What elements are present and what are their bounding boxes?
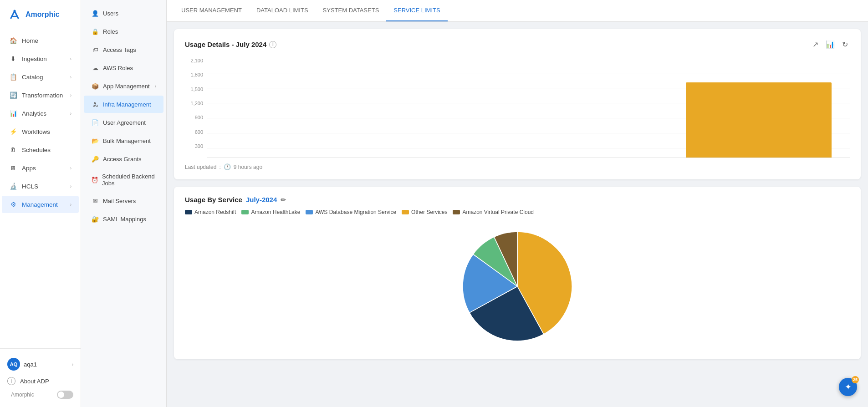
- hcls-icon: 🔬: [9, 182, 17, 190]
- edit-icon[interactable]: ✏: [281, 196, 286, 204]
- legend-dot: [453, 210, 460, 214]
- submenu-item-mail-servers[interactable]: ✉ Mail Servers: [84, 192, 163, 209]
- legend-dot: [306, 210, 313, 214]
- card-actions: ↗ 📊 ↻: [811, 38, 850, 51]
- sidebar-item-schedules[interactable]: 🗓 Schedules: [2, 141, 79, 158]
- submenu-item-roles[interactable]: 🔒 Roles: [84, 23, 163, 40]
- tab-system-datasets[interactable]: SYSTEM DATASETS: [316, 0, 387, 21]
- submenu-item-scheduled-backend-jobs[interactable]: ⏰ Scheduled Backend Jobs: [84, 168, 163, 191]
- sidebar-item-home[interactable]: 🏠 Home: [2, 32, 79, 49]
- sidebar-item-label-schedules: Schedules: [22, 147, 51, 153]
- submenu-label-mail-servers: Mail Servers: [103, 198, 136, 204]
- sidebar: Amorphic 🏠 Home ⬇ Ingestion › 📋 Catalog …: [0, 0, 81, 407]
- theme-toggle[interactable]: [57, 391, 73, 399]
- tab-dataload-limits[interactable]: DATALOAD LIMITS: [249, 0, 316, 21]
- chart-bar-icon[interactable]: 📊: [824, 38, 837, 51]
- last-updated-value: 9 hours ago: [234, 164, 262, 170]
- aws-roles-icon: ☁: [91, 64, 99, 72]
- submenu-label-infra-management: Infra Management: [103, 101, 151, 108]
- usage-details-card: Usage Details - July 2024 i ↗ 📊 ↻ 2,100 …: [174, 29, 861, 179]
- tab-service-limits[interactable]: SERVICE LIMITS: [386, 0, 447, 21]
- legend-item-amazon-redshift: Amazon Redshift: [185, 209, 236, 215]
- refresh-icon[interactable]: ↻: [840, 38, 850, 51]
- bulk-management-icon: 📂: [91, 137, 99, 145]
- float-action-button[interactable]: ✦ 25: [839, 378, 857, 396]
- sidebar-item-transformation[interactable]: 🔄 Transformation ›: [2, 86, 79, 104]
- apps-chevron-icon: ›: [70, 166, 71, 171]
- legend-item-aws-database-migration-service: AWS Database Migration Service: [306, 209, 396, 215]
- legend-item-other-services: Other Services: [402, 209, 447, 215]
- y-label-1: 1,800: [190, 72, 203, 77]
- submenu-item-infra-management[interactable]: 🖧 Infra Management: [84, 96, 163, 113]
- submenu-item-user-agreement[interactable]: 📄 User Agreement: [84, 114, 163, 131]
- submenu-panel: 👤 Users 🔒 Roles 🏷 Access Tags ☁ AWS Role…: [81, 0, 167, 407]
- tab-bar: USER MANAGEMENTDATALOAD LIMITSSYSTEM DAT…: [167, 0, 868, 22]
- chart-plot: [207, 58, 850, 158]
- y-axis: 2,100 1,800 1,500 1,200 900 600 300: [185, 58, 203, 158]
- main-content: USER MANAGEMENTDATALOAD LIMITSSYSTEM DAT…: [167, 0, 868, 407]
- sidebar-item-analytics[interactable]: 📊 Analytics ›: [2, 105, 79, 122]
- logo[interactable]: Amorphic: [0, 0, 81, 27]
- legend-dot: [241, 210, 249, 214]
- usage-month: July-2024: [246, 196, 277, 204]
- bar-july: [686, 82, 832, 158]
- access-tags-icon: 🏷: [91, 46, 99, 54]
- submenu-label-saml-mappings: SAML Mappings: [103, 216, 146, 223]
- pie-section-title: Usage By Service July-2024 ✏: [185, 196, 850, 204]
- tab-user-management[interactable]: USER MANAGEMENT: [174, 0, 249, 21]
- sidebar-item-catalog[interactable]: 📋 Catalog ›: [2, 68, 79, 86]
- submenu-label-user-agreement: User Agreement: [103, 119, 146, 126]
- submenu-item-access-tags[interactable]: 🏷 Access Tags: [84, 41, 163, 58]
- management-chevron-icon: ›: [70, 202, 71, 207]
- mail-servers-icon: ✉: [91, 197, 99, 205]
- sidebar-item-label-hcls: HCLS: [22, 183, 38, 190]
- workflows-icon: ⚡: [9, 127, 17, 136]
- submenu-item-access-grants[interactable]: 🔑 Access Grants: [84, 150, 163, 168]
- last-updated-label: Last updated: [185, 164, 216, 170]
- y-label-4: 900: [195, 115, 203, 120]
- legend-dot: [402, 210, 409, 214]
- catalog-chevron-icon: ›: [70, 75, 71, 80]
- usage-by-service-label: Usage By Service: [185, 196, 242, 204]
- legend-dot: [185, 210, 192, 214]
- access-grants-icon: 🔑: [91, 155, 99, 163]
- legend-item-amazon-healthlake: Amazon HealthLake: [241, 209, 300, 215]
- y-label-5: 600: [195, 129, 203, 135]
- y-label-3: 1,200: [190, 101, 203, 106]
- submenu-item-aws-roles[interactable]: ☁ AWS Roles: [84, 59, 163, 76]
- sidebar-item-workflows[interactable]: ⚡ Workflows: [2, 123, 79, 140]
- sidebar-item-hcls[interactable]: 🔬 HCLS ›: [2, 178, 79, 195]
- sidebar-item-management[interactable]: ⚙ Management ›: [2, 196, 79, 213]
- ingestion-chevron-icon: ›: [70, 56, 71, 61]
- analytics-icon: 📊: [9, 109, 17, 117]
- usage-details-title: Usage Details - July 2024: [185, 41, 266, 48]
- hcls-chevron-icon: ›: [70, 184, 71, 189]
- float-icon: ✦: [845, 382, 852, 392]
- usage-chart: 2,100 1,800 1,500 1,200 900 600 300: [185, 58, 850, 158]
- sidebar-nav: 🏠 Home ⬇ Ingestion › 📋 Catalog › 🔄 Trans…: [0, 27, 81, 348]
- analytics-chevron-icon: ›: [70, 111, 71, 116]
- submenu-item-saml-mappings[interactable]: 🔐 SAML Mappings: [84, 210, 163, 228]
- user-row[interactable]: AQ aqa1 ›: [4, 354, 77, 374]
- sidebar-item-label-management: Management: [22, 201, 58, 208]
- about-adp-link[interactable]: i About ADP: [4, 374, 77, 388]
- submenu-item-bulk-management[interactable]: 📂 Bulk Management: [84, 132, 163, 149]
- avatar: AQ: [7, 358, 20, 371]
- infra-management-icon: 🖧: [91, 100, 99, 108]
- content-area: Usage Details - July 2024 i ↗ 📊 ↻ 2,100 …: [167, 22, 868, 407]
- submenu-label-aws-roles: AWS Roles: [103, 65, 133, 71]
- app-name: Amorphic: [26, 10, 60, 19]
- schedules-icon: 🗓: [9, 146, 17, 154]
- chart-line-icon[interactable]: ↗: [811, 38, 820, 51]
- info-icon[interactable]: i: [269, 41, 276, 48]
- submenu-item-users[interactable]: 👤 Users: [84, 5, 163, 22]
- about-adp-label: About ADP: [20, 378, 49, 385]
- transformation-icon: 🔄: [9, 91, 17, 99]
- y-label-6: 300: [195, 143, 203, 149]
- sidebar-item-ingestion[interactable]: ⬇ Ingestion ›: [2, 50, 79, 67]
- sidebar-footer: AQ aqa1 › i About ADP Amorphic: [0, 348, 81, 407]
- sidebar-item-label-apps: Apps: [22, 165, 36, 172]
- submenu-item-app-management[interactable]: 📦 App Management ›: [84, 77, 163, 95]
- sidebar-item-apps[interactable]: 🖥 Apps ›: [2, 159, 79, 177]
- chart-footer: Last updated: 🕐 9 hours ago: [185, 163, 850, 170]
